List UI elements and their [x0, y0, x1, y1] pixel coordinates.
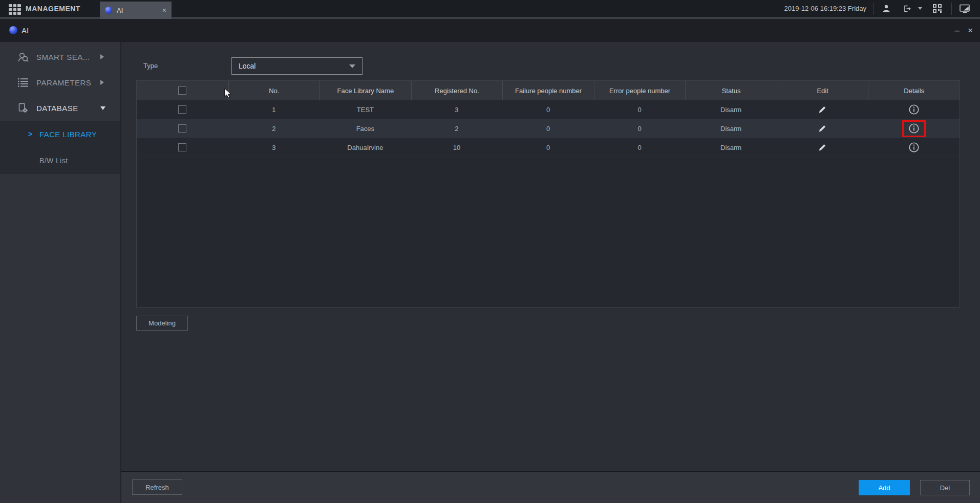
sidebar-item-label: FACE LIBRARY	[39, 130, 97, 139]
sidebar-item-parameters[interactable]: PARAMETERS	[0, 70, 120, 95]
sidebar-item-face-library[interactable]: > FACE LIBRARY	[0, 121, 120, 147]
cell-failure-people-number: 0	[502, 138, 594, 157]
sidebar-item-label: PARAMETERS	[36, 78, 91, 87]
cell-no: 2	[228, 119, 320, 138]
smart-search-icon	[17, 52, 29, 62]
chevron-right-icon	[100, 80, 104, 85]
row-checkbox[interactable]	[178, 105, 186, 114]
qr-code-icon[interactable]	[933, 0, 942, 17]
edit-button[interactable]	[777, 100, 868, 119]
topbar-divider	[873, 3, 874, 15]
details-highlight-box	[902, 139, 926, 156]
edit-button[interactable]	[777, 138, 868, 157]
logout-caret-icon[interactable]	[918, 0, 922, 17]
table-row[interactable]: 2 Faces 2 0 0 Disarm	[137, 119, 960, 138]
cell-no: 3	[228, 138, 320, 157]
parameters-icon	[17, 78, 29, 88]
sidebar: SMART SEA... PARAMETERS	[0, 42, 121, 503]
header-registered-no: Registered No.	[411, 81, 503, 100]
top-bar: MANAGEMENT AI × 2019-12-06 16:19:23 Frid…	[0, 0, 980, 19]
tab-ai[interactable]: AI ×	[100, 2, 172, 19]
cell-registered-no: 10	[411, 138, 503, 157]
details-cell	[868, 138, 960, 157]
info-icon[interactable]	[908, 123, 920, 134]
cell-face-library-name: Faces	[319, 119, 411, 138]
cell-failure-people-number: 0	[502, 119, 594, 138]
header-edit: Edit	[777, 81, 868, 100]
window-title-bar: AI – ×	[0, 19, 980, 42]
topbar-divider	[951, 3, 952, 15]
select-all-checkbox[interactable]	[178, 86, 186, 95]
cell-registered-no: 3	[411, 100, 503, 119]
close-icon[interactable]: ×	[968, 26, 973, 35]
details-highlight-box	[902, 101, 926, 118]
cell-status: Disarm	[685, 100, 777, 119]
datetime: 2019-12-06 16:19:23 Friday	[784, 0, 866, 17]
row-checkbox-cell	[137, 138, 228, 157]
header-error-people-number: Error people number	[594, 81, 686, 100]
add-button[interactable]: Add	[859, 480, 910, 495]
database-submenu: > FACE LIBRARY B/W List	[0, 121, 120, 174]
table-row[interactable]: 1 TEST 3 0 0 Disarm	[137, 100, 960, 119]
details-cell	[868, 119, 960, 138]
cell-registered-no: 2	[411, 119, 503, 138]
cell-error-people-number: 0	[594, 100, 686, 119]
chevron-down-icon	[100, 106, 105, 110]
row-checkbox[interactable]	[178, 124, 186, 133]
header-details: Details	[868, 81, 960, 100]
chevron-right-icon	[100, 54, 104, 59]
type-dropdown[interactable]: Local	[231, 57, 363, 75]
sidebar-item-label: DATABASE	[36, 104, 78, 113]
refresh-button[interactable]: Refresh	[132, 479, 182, 495]
user-icon[interactable]	[882, 0, 891, 17]
modeling-button[interactable]: Modeling	[136, 316, 188, 331]
details-cell	[868, 100, 960, 119]
footer-bar: Refresh Add Del	[121, 471, 980, 503]
del-button[interactable]: Del	[920, 480, 970, 495]
sidebar-item-smart-search[interactable]: SMART SEA...	[0, 44, 120, 70]
ai-orb-icon	[105, 7, 112, 14]
table-row[interactable]: 3 DahuaIrvine 10 0 0 Disarm	[137, 138, 960, 157]
cell-failure-people-number: 0	[502, 100, 594, 119]
cell-face-library-name: DahuaIrvine	[319, 138, 411, 157]
type-dropdown-value: Local	[239, 62, 255, 70]
display-icon[interactable]	[960, 0, 970, 17]
tab-close-icon[interactable]: ×	[162, 7, 166, 14]
sidebar-item-bw-list[interactable]: B/W List	[0, 147, 120, 174]
type-label: Type	[143, 62, 158, 70]
edit-button[interactable]	[777, 119, 868, 138]
cell-error-people-number: 0	[594, 119, 686, 138]
cell-status: Disarm	[685, 119, 777, 138]
sidebar-item-database[interactable]: DATABASE	[0, 95, 120, 121]
nvr-screen: MANAGEMENT AI × 2019-12-06 16:19:23 Frid…	[0, 0, 980, 503]
dropdown-caret-icon	[349, 64, 355, 68]
row-checkbox[interactable]	[178, 143, 186, 151]
header-status: Status	[685, 81, 777, 100]
apps-grid-icon[interactable]	[9, 4, 21, 15]
cell-status: Disarm	[685, 138, 777, 157]
database-icon	[17, 103, 29, 113]
window-title: AI	[22, 19, 29, 42]
header-failure-people-number: Failure people number	[502, 81, 594, 100]
tab-ai-label: AI	[117, 7, 123, 14]
header-no: No.	[228, 81, 320, 100]
cell-face-library-name: TEST	[319, 100, 411, 119]
sidebar-item-label: B/W List	[39, 157, 68, 165]
details-highlight-box	[902, 120, 926, 137]
header-face-library-name: Face Library Name	[319, 81, 411, 100]
row-checkbox-cell	[137, 100, 228, 119]
management-label[interactable]: MANAGEMENT	[26, 0, 80, 17]
info-icon[interactable]	[908, 104, 920, 115]
sidebar-item-label: SMART SEA...	[36, 53, 90, 61]
info-icon[interactable]	[908, 142, 920, 153]
header-checkbox-cell	[137, 81, 228, 100]
active-chevron-icon: >	[28, 130, 32, 138]
cell-no: 1	[228, 100, 320, 119]
table-header-row: No. Face Library Name Registered No. Fai…	[137, 81, 960, 100]
table-body: 1 TEST 3 0 0 Disarm 2 Faces 2 0	[137, 100, 960, 157]
face-library-table: No. Face Library Name Registered No. Fai…	[136, 80, 960, 308]
logout-icon[interactable]	[903, 0, 912, 17]
row-checkbox-cell	[137, 119, 228, 138]
minimize-icon[interactable]: –	[955, 26, 960, 35]
ai-window-orb-icon	[9, 26, 17, 34]
